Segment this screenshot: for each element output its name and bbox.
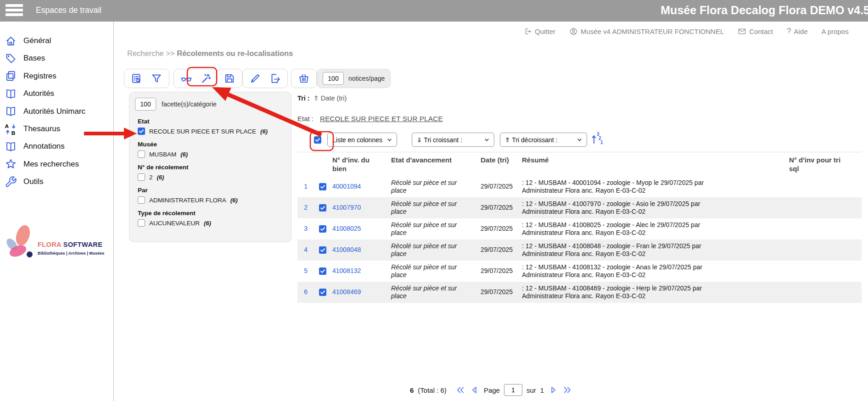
row-date: 29/07/2025 <box>481 183 522 190</box>
facet-checkbox[interactable] <box>138 150 145 158</box>
inventory-number-link[interactable]: 40001094 <box>332 183 361 190</box>
col-etat: Etat d'avancement <box>391 156 452 165</box>
sidebar-item-thesaurus[interactable]: ABThesaurus <box>5 120 60 138</box>
wrench-icon <box>5 176 17 188</box>
facet-checkbox[interactable] <box>138 173 145 181</box>
page-number-input[interactable] <box>504 384 522 396</box>
inventory-number-link[interactable]: 41008048 <box>332 246 361 254</box>
row-checkbox[interactable] <box>319 289 326 296</box>
etat-filter-link[interactable]: RECOLE SUR PIECE ET SUR PLACE <box>320 115 443 123</box>
chevron-down-icon <box>577 137 582 143</box>
pencil-icon[interactable] <box>249 72 261 84</box>
previous-page-button[interactable] <box>470 385 480 395</box>
last-page-button[interactable] <box>562 385 572 395</box>
col-date: Date (tri) <box>481 156 509 165</box>
utility-bar: Quitter Musée v4 ADMINISTRATEUR FONCTION… <box>523 26 868 37</box>
next-page-button[interactable] <box>548 385 558 395</box>
list-search-icon[interactable] <box>131 72 143 84</box>
first-page-button[interactable] <box>455 385 465 395</box>
row-checkbox[interactable] <box>319 246 326 254</box>
row-resume: : 12 - MUSBAM - 41007970 - zoologie - As… <box>522 200 729 216</box>
sidebar-item-autorites[interactable]: Autorités <box>5 85 54 102</box>
sort-ascending-select[interactable]: ⇓ Tri croissant : <box>412 133 494 147</box>
sort-descending-select[interactable]: ⇑ Tri décroissant : <box>500 133 587 147</box>
magic-wand-icon[interactable] <box>200 72 212 84</box>
export-icon[interactable] <box>269 72 281 84</box>
row-checkbox[interactable] <box>319 225 326 233</box>
toolbar-group-edit <box>242 69 288 88</box>
row-date: 29/07/2025 <box>481 267 522 275</box>
save-floppy-icon[interactable] <box>224 72 235 84</box>
sort-ab-icon: AB <box>5 123 17 135</box>
facet-group-title-n-de-recolement: N° de récolement <box>138 164 286 171</box>
row-etat: Récolé sur pièce et sur place <box>391 200 470 216</box>
envelope-icon <box>738 27 746 36</box>
app-title: Musée Flora Decalog Flora DEMO v4.5 <box>661 4 868 17</box>
inventory-number-link[interactable]: 41008025 <box>332 225 361 233</box>
glasses-icon[interactable] <box>180 72 192 84</box>
row-number: 5 <box>297 267 308 275</box>
pagination-bar: 6 (Total : 6) Page sur 1 <box>410 383 572 397</box>
about-button[interactable]: A propos <box>822 28 849 35</box>
sidebar-item-autorites-unimarc[interactable]: Autorités Unimarc <box>5 103 85 120</box>
inventory-number-link[interactable]: 41007970 <box>332 204 361 212</box>
result-total: (Total : 6) <box>418 386 447 394</box>
sidebar-item-bases[interactable]: Bases <box>5 50 45 67</box>
help-button[interactable]: ? Aide <box>787 27 808 36</box>
sort-321-icon[interactable]: 321 <box>591 131 604 148</box>
notices-per-page-input[interactable] <box>323 72 344 85</box>
inventory-number-link[interactable]: 41008469 <box>332 288 361 296</box>
row-checkbox[interactable] <box>319 267 326 275</box>
row-date: 29/07/2025 <box>481 225 522 233</box>
table-row: 241007970Récolé sur pièce et sur place29… <box>297 197 862 218</box>
sidebar-item-annotations[interactable]: Annotations <box>5 138 65 155</box>
row-number: 1 <box>297 183 308 190</box>
row-resume: : 12 - MUSBAM - 41008048 - zoologie - Fr… <box>522 242 729 258</box>
flora-brand-name: FLORA SOFTWARE <box>38 241 102 248</box>
inventory-number-link[interactable]: 41008132 <box>332 267 361 275</box>
total-pages: 1 <box>540 386 544 394</box>
row-resume: : 12 - MUSBAM - 41008025 - zoologie - Al… <box>522 221 729 237</box>
table-divider <box>297 152 862 152</box>
row-checkbox[interactable] <box>319 204 326 212</box>
brand-tagline: Bibliothèques | Archives | Musées <box>38 251 104 256</box>
toolbar-group-display <box>174 69 219 88</box>
row-etat: Récolé sur pièce et sur place <box>391 263 470 279</box>
select-all-checkbox[interactable] <box>314 136 321 144</box>
hamburger-menu-icon[interactable] <box>6 4 23 17</box>
toolbar-group-save <box>217 69 242 88</box>
sort-summary: Tri : ⇑ Date (tri) <box>297 95 347 102</box>
facet-count-input[interactable] <box>135 98 156 111</box>
registers-icon <box>5 70 17 82</box>
facet-panel: facette(s)/catégorie EtatRECOLE SUR PIEC… <box>129 92 291 242</box>
facet-checkbox[interactable] <box>138 128 145 135</box>
table-row: 641008469Récolé sur pièce et sur place29… <box>297 282 862 303</box>
contact-button[interactable]: Contact <box>738 27 773 36</box>
tag-icon <box>5 52 17 65</box>
per-page-group: notices/page <box>317 69 391 88</box>
book-icon <box>5 140 17 153</box>
row-checkbox[interactable] <box>319 183 326 190</box>
facet-group-title-musee: Musée <box>138 141 286 148</box>
sidebar-item-registres[interactable]: Registres <box>5 67 56 85</box>
table-row: 341008025Récolé sur pièce et sur place29… <box>297 218 862 239</box>
facet-group-title-type-de-recolement: Type de récolement <box>138 210 286 217</box>
facet-checkbox[interactable] <box>138 196 145 204</box>
user-account[interactable]: Musée v4 ADMINISTRATEUR FONCTIONNEL <box>569 27 724 36</box>
row-number: 4 <box>297 246 308 254</box>
row-etat: Récolé sur pièce et sur place <box>391 284 470 300</box>
row-date: 29/07/2025 <box>481 204 522 212</box>
facet-checkbox[interactable] <box>138 219 145 227</box>
chevron-down-icon <box>386 137 392 143</box>
sidebar-item-general[interactable]: Général <box>5 32 51 50</box>
col-inv: N° d'inv. du bien <box>332 156 381 173</box>
sidebar-item-mes-recherches[interactable]: Mes recherches <box>5 156 79 173</box>
sidebar-item-outils[interactable]: Outils <box>5 173 43 190</box>
filter-funnel-icon[interactable] <box>151 72 162 84</box>
view-mode-select[interactable]: Liste en colonnes <box>327 133 397 147</box>
breadcrumb[interactable]: Recherche >> Récolements ou re-localisat… <box>127 49 293 58</box>
basket-icon[interactable] <box>298 72 310 84</box>
quit-button[interactable]: Quitter <box>523 27 555 36</box>
facet-option-administrateur-flora: ADMINISTRATEUR FLORA(6) <box>138 196 286 204</box>
home-icon <box>5 35 17 47</box>
